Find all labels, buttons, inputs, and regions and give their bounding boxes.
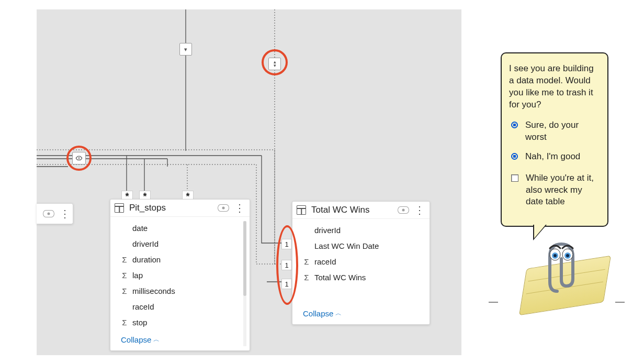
cardinality-one-1: 1 (281, 239, 292, 249)
visibility-icon[interactable] (218, 204, 229, 212)
field-row[interactable]: Σlap (110, 267, 250, 283)
chevron-up-icon: ︿ (153, 335, 160, 344)
table-icon (115, 203, 124, 213)
table-card-pit-stops[interactable]: Pit_stops ⋮ date driverId Σduration Σlap… (110, 199, 250, 351)
table-card-total-wc-wins[interactable]: Total WC Wins ⋮ driverId Last WC Win Dat… (292, 201, 430, 325)
table-card-offscreen[interactable]: ⋮ (37, 203, 73, 224)
field-row[interactable]: Last WC Win Date (292, 238, 430, 254)
decorative-tick (615, 302, 625, 303)
assistant-option-2[interactable]: Nah, I'm good (511, 151, 600, 163)
sigma-icon: Σ (302, 273, 311, 282)
field-row[interactable]: driverId (292, 222, 430, 238)
field-row[interactable]: ΣTotal WC Wins (292, 269, 430, 285)
assistant-checkbox-option[interactable]: While you're at it, also wreck my date t… (511, 172, 600, 208)
more-options-icon[interactable]: ⋮ (414, 208, 424, 212)
scrollbar[interactable] (243, 221, 246, 346)
collapse-link[interactable]: Collapse︿ (292, 304, 342, 320)
sigma-icon: Σ (120, 287, 129, 295)
chevron-up-icon: ︿ (335, 309, 342, 318)
field-row[interactable]: date (110, 220, 250, 236)
visibility-icon[interactable] (398, 206, 409, 214)
sigma-icon: Σ (120, 271, 129, 280)
sigma-icon: Σ (120, 255, 129, 264)
model-canvas[interactable]: ▾ ▴▾ * * * 1 1 1 ⋮ Pit_stops ⋮ date driv… (37, 9, 461, 355)
cardinality-one-3: 1 (281, 279, 292, 289)
field-row[interactable]: Σstop (110, 314, 250, 330)
svg-point-14 (553, 254, 557, 257)
field-row[interactable]: driverId (110, 236, 250, 251)
table-title: Pit_stops (129, 203, 218, 213)
filter-direction-handle-both[interactable]: ▴▾ (268, 58, 281, 70)
table-icon (297, 205, 306, 215)
filter-direction-handle-top[interactable]: ▾ (179, 43, 192, 56)
more-options-icon[interactable]: ⋮ (234, 206, 244, 210)
more-options-icon[interactable]: ⋮ (60, 212, 70, 216)
field-row[interactable]: raceId (110, 299, 250, 314)
assistant-option-1[interactable]: Sure, do your worst (511, 119, 600, 144)
checkbox-icon (511, 174, 518, 182)
sigma-icon: Σ (302, 257, 311, 266)
sigma-icon: Σ (120, 318, 129, 327)
collapse-link[interactable]: Collapse︿ (110, 330, 160, 346)
cardinality-one-2: 1 (281, 260, 292, 270)
field-row[interactable]: ΣraceId (292, 254, 430, 269)
field-row[interactable]: Σduration (110, 251, 250, 267)
clippy-assistant-icon (523, 241, 607, 309)
assistant-message: I see you are building a data model. Wou… (509, 63, 600, 111)
decorative-tick (489, 302, 498, 303)
assistant-speech-bubble: I see you are building a data model. Wou… (501, 52, 608, 227)
radio-icon (511, 153, 518, 160)
table-title: Total WC Wins (311, 205, 398, 215)
svg-point-15 (566, 254, 569, 257)
visibility-icon[interactable] (43, 210, 54, 217)
speech-bubble-tail (533, 225, 547, 240)
radio-icon (511, 122, 518, 128)
field-row[interactable]: Σmilliseconds (110, 283, 250, 299)
filter-direction-handle-left[interactable] (72, 152, 86, 164)
